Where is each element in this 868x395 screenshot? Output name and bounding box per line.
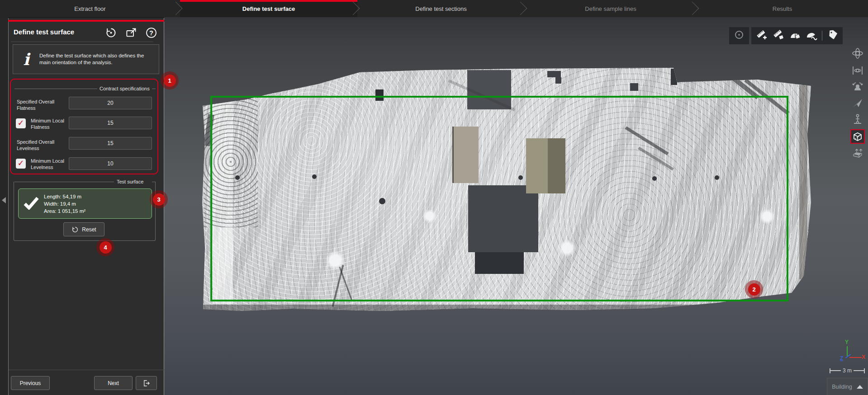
- cloud-feature: [547, 71, 561, 77]
- reset-label: Reset: [82, 226, 96, 233]
- annotation-badge-3: 3: [150, 190, 168, 208]
- clipping-box-icon[interactable]: [851, 146, 864, 159]
- axis-x-line: [849, 357, 862, 358]
- minimum-local-flatness-checkbox[interactable]: ✓: [16, 118, 26, 128]
- wizard-step-define-test-surface[interactable]: Define test surface: [180, 0, 357, 17]
- field-label: Specified Overall Levelness: [17, 139, 67, 151]
- toolbar-separator: [822, 31, 822, 41]
- previous-label: Previous: [20, 380, 41, 386]
- axis-y-label: Y: [845, 339, 849, 345]
- building-label: Building: [832, 384, 852, 390]
- pop-out-icon[interactable]: [125, 27, 138, 39]
- test-surface-rectangle[interactable]: [210, 96, 788, 301]
- scale-tick: [864, 368, 865, 373]
- scale-bar: 3 m: [830, 367, 865, 374]
- info-text: Define the test surface which also defin…: [39, 52, 152, 66]
- cloud-edge: [799, 85, 807, 279]
- panel-rail: [0, 17, 8, 395]
- next-label: Next: [108, 380, 119, 386]
- specified-overall-flatness-input[interactable]: [69, 97, 152, 109]
- groupbox-line: [14, 182, 114, 182]
- cloud-feature: [630, 83, 638, 91]
- angle-measure-icon[interactable]: [788, 29, 802, 42]
- field-label: Specified Overall Flatness: [17, 99, 67, 111]
- test-surface-legend: Test surface: [114, 179, 146, 184]
- exit-icon: [142, 379, 151, 387]
- scale-line: [830, 370, 841, 371]
- view-cube-icon-selected[interactable]: [850, 129, 865, 144]
- axis-x-label: X: [862, 354, 865, 360]
- minimum-local-levelness-input[interactable]: [69, 157, 152, 170]
- collapse-panel-arrow[interactable]: [2, 197, 6, 203]
- panel-accent-line: [8, 20, 164, 22]
- previous-button[interactable]: Previous: [11, 376, 50, 390]
- divider: [11, 42, 153, 42]
- reset-button[interactable]: Reset: [63, 222, 104, 236]
- scale-line: [854, 370, 864, 371]
- minimum-local-flatness-input[interactable]: [69, 117, 152, 129]
- info-icon: i: [13, 51, 39, 67]
- groupbox-line: [152, 182, 156, 182]
- axis-y-line: [847, 346, 848, 356]
- svg-text:?: ?: [149, 29, 153, 37]
- minimum-local-levelness-checkbox[interactable]: ✓: [16, 159, 26, 169]
- history-reset-icon[interactable]: [105, 27, 117, 39]
- angle-wave-icon[interactable]: [805, 29, 819, 42]
- reset-icon: [71, 226, 79, 233]
- wizard-progress-line: [180, 0, 357, 2]
- scale-label: 3 m: [841, 367, 854, 374]
- length-value: Length: 54,19 m: [44, 193, 85, 200]
- tag-icon[interactable]: [826, 29, 840, 42]
- check-icon: ✓: [17, 119, 24, 127]
- test-surface-summary: Length: 54,19 m Width: 19,4 m Area: 1 05…: [18, 188, 152, 219]
- contract-legend: Contract specifications: [97, 86, 152, 91]
- width-value: Width: 19,4 m: [44, 200, 85, 207]
- help-icon[interactable]: ?: [145, 27, 157, 39]
- area-value: Area: 1 051,15 m²: [44, 207, 85, 215]
- constrained-orbit-icon[interactable]: [851, 64, 864, 77]
- wizard-bar: Extract floor Define test surface Define…: [0, 0, 868, 17]
- measure-add-icon[interactable]: [754, 29, 768, 42]
- wizard-step-results: Results: [697, 0, 868, 17]
- building-selector[interactable]: Building: [827, 378, 868, 395]
- wizard-step-define-test-sections[interactable]: Define test sections: [357, 0, 525, 17]
- snap-point-icon: [732, 29, 746, 42]
- axis-z-label: Z: [840, 355, 843, 362]
- fly-icon[interactable]: [851, 97, 864, 109]
- measure-remove-icon[interactable]: [772, 29, 785, 42]
- annotation-badge-4: 4: [96, 238, 114, 256]
- annotation-badge-2: 2: [745, 280, 763, 298]
- check-icon: ✓: [17, 159, 24, 167]
- info-box: i Define the test surface which also def…: [13, 44, 159, 74]
- wizard-step-define-sample-lines: Define sample lines: [525, 0, 697, 17]
- divider: [9, 370, 164, 370]
- next-button[interactable]: Next: [94, 376, 133, 390]
- wizard-step-extract-floor[interactable]: Extract floor: [0, 0, 180, 17]
- field-label: Minimum Local Levelness: [31, 158, 72, 170]
- success-check-icon: [19, 196, 44, 212]
- field-label: Minimum Local Flatness: [31, 118, 72, 130]
- cloud-feature: [555, 77, 561, 84]
- rotate-view-icon[interactable]: [851, 80, 864, 93]
- measure-toolbar: [751, 27, 843, 44]
- annotation-badge-1: 1: [161, 71, 179, 89]
- page-title: Define test surface: [14, 28, 74, 36]
- chevron-up-icon: [857, 385, 863, 389]
- walk-icon[interactable]: [851, 113, 864, 126]
- specified-overall-levelness-input[interactable]: [69, 137, 152, 150]
- snap-point-button[interactable]: [729, 27, 749, 44]
- exit-button[interactable]: [136, 376, 157, 390]
- orbit-icon[interactable]: [851, 47, 864, 60]
- groupbox-line: [14, 89, 97, 89]
